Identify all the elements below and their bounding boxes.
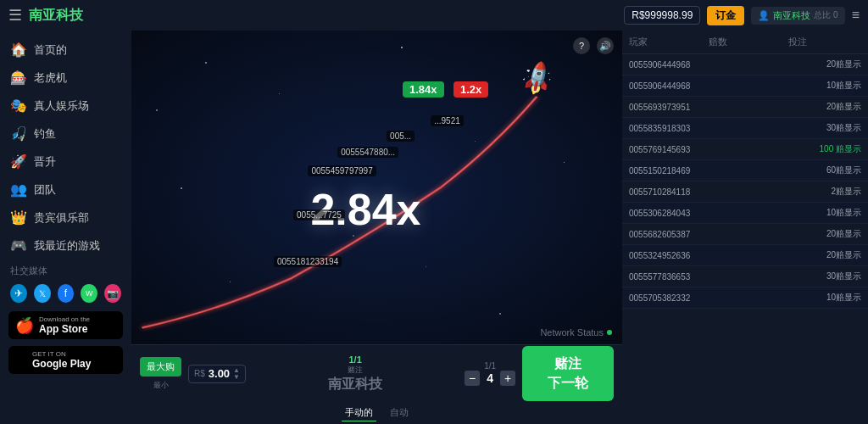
player-row: 0055835918303 30赔显示: [622, 118, 868, 139]
social-icons: ✈ 𝕏 f W 📷: [0, 279, 131, 308]
player-name: 0055710284118: [629, 187, 725, 197]
player-bet: 20赔显示: [782, 228, 861, 240]
order-button[interactable]: 订金: [707, 6, 744, 25]
info-icon[interactable]: ?: [573, 37, 590, 54]
svg-text:🚀: 🚀: [512, 59, 564, 98]
sidebar-item-vip[interactable]: 👑 贵宾俱乐部: [0, 204, 131, 232]
instagram-icon[interactable]: 📷: [104, 284, 121, 303]
bottom-bar: 最大购 最小 R$ 3.00 ▲ ▼ 1/1 赌注 南亚科技: [131, 344, 622, 402]
main-layout: 🏠 首页的 🎰 老虎机 🎭 真人娱乐场 🎣 钓鱼 🚀 晋升 👥 团队 👑 贵宾俱…: [0, 31, 868, 424]
player-row: 0055705382332 10赔显示: [622, 287, 868, 309]
balance-display: R$999998.99: [624, 6, 700, 25]
recent-icon: 🎮: [10, 237, 27, 254]
social-section-label: 社交媒体: [0, 259, 131, 279]
round-increase-button[interactable]: +: [500, 371, 515, 386]
apple-icon: 🍎: [15, 316, 34, 335]
user-icon: 👤: [758, 10, 770, 21]
topbar: ☰ 南亚科技 R$999998.99 订金 👤 南亚科技 总比 0 ≡: [0, 0, 868, 31]
player-label-5: ...9521: [431, 115, 464, 126]
sidebar-item-home[interactable]: 🏠 首页的: [0, 36, 131, 64]
player-row: 0055710284118 2赔显示: [622, 181, 868, 203]
player-name: 0055835918303: [629, 124, 725, 133]
bet-indicator: 赌注: [328, 365, 382, 376]
slots-icon: 🎰: [10, 70, 27, 86]
right-panel-header: 玩家 赔数 投注: [622, 31, 868, 54]
whatsapp-icon[interactable]: W: [81, 284, 97, 303]
network-status: Network Status: [540, 327, 612, 338]
bet-down-arrow[interactable]: ▼: [233, 374, 240, 381]
player-name: 0055577836653: [629, 272, 725, 282]
player-bet: 60赔显示: [782, 165, 861, 176]
sidebar-item-slots[interactable]: 🎰 老虎机: [0, 64, 131, 92]
sidebar-label-vip: 贵宾俱乐部: [34, 210, 89, 226]
bet-amount-section: R$ 3.00 ▲ ▼: [188, 365, 246, 383]
player-bet: 20赔显示: [782, 101, 861, 113]
telegram-icon[interactable]: ✈: [10, 284, 27, 303]
player-name: 0055906444968: [629, 60, 725, 70]
round-section: 1/1 − 4 +: [465, 361, 515, 386]
hamburger-icon[interactable]: ☰: [8, 6, 22, 25]
mode-row: 手动的 自动: [131, 402, 622, 424]
sound-icon[interactable]: 🔊: [597, 37, 614, 54]
player-bet: 20赔显示: [782, 59, 861, 70]
appstore-big-label: App Store: [39, 323, 90, 335]
googleplay-big-label: Google Play: [32, 358, 91, 370]
player-label-6: 0055...7725: [293, 209, 345, 220]
player-label-3: 0055459797997: [308, 165, 376, 176]
logo-bottom: 南亚科技: [328, 376, 382, 393]
googleplay-icon: ▶: [15, 351, 27, 370]
player-row: 0055306284043 10赔显示: [622, 203, 868, 224]
sidebar-label-team: 团队: [34, 182, 56, 198]
vip-icon: 👑: [10, 209, 27, 226]
sidebar-label-live: 真人娱乐场: [34, 98, 89, 114]
player-row: 0055324952636 20赔显示: [622, 245, 868, 266]
facebook-icon[interactable]: f: [58, 284, 75, 303]
player-name: 0055705382332: [629, 293, 725, 303]
col-bet-header: 投注: [785, 31, 865, 53]
sidebar-item-fishing[interactable]: 🎣 钓鱼: [0, 120, 131, 148]
topbar-right: R$999998.99 订金 👤 南亚科技 总比 0 ≡: [624, 6, 860, 25]
user-badge: 👤 南亚科技 总比 0: [751, 7, 844, 25]
googleplay-button[interactable]: ▶ GET IT ON Google Play: [8, 346, 123, 374]
player-row: 0055906444968 20赔显示: [622, 54, 868, 75]
logo: 南亚科技: [29, 7, 83, 25]
bet-action-button[interactable]: 赌注 下一轮: [522, 346, 614, 401]
network-dot: [607, 330, 612, 335]
player-bet: 10赔显示: [782, 80, 861, 92]
network-status-label: Network Status: [540, 327, 604, 338]
round-decrease-button[interactable]: −: [465, 371, 480, 386]
round-label-display: 1/1: [328, 354, 382, 365]
user-sub: 总比 0: [814, 9, 837, 21]
sidebar-item-team[interactable]: 👥 团队: [0, 176, 131, 204]
sidebar-label-slots: 老虎机: [34, 70, 67, 86]
player-label-2: 0055547880...: [337, 147, 398, 158]
team-icon: 👥: [10, 181, 27, 198]
player-bet: 30赔显示: [782, 271, 861, 282]
mode-manual-button[interactable]: 手动的: [342, 404, 376, 421]
googleplay-text: GET IT ON Google Play: [32, 350, 91, 370]
mode-auto-button[interactable]: 自动: [387, 404, 412, 421]
player-name: 0055906444968: [629, 81, 725, 91]
player-name: 0055306284043: [629, 209, 725, 218]
col-player-header: 玩家: [626, 31, 705, 53]
bet-value-row[interactable]: R$ 3.00 ▲ ▼: [188, 365, 246, 383]
logo-center: 1/1 赌注 南亚科技: [253, 354, 458, 393]
round-section-label: 1/1: [484, 361, 496, 371]
round-controls: − 4 +: [465, 371, 515, 386]
sidebar-label-boost: 晋升: [34, 154, 56, 170]
canvas-top-icons: ? 🔊: [573, 37, 614, 54]
player-name: 0055769145693: [629, 145, 725, 154]
appstore-button[interactable]: 🍎 Download on the App Store: [8, 311, 123, 339]
auto-button[interactable]: 最大购: [140, 357, 181, 377]
home-icon: 🏠: [10, 42, 27, 58]
bet-currency: R$: [194, 369, 205, 378]
sidebar-item-live[interactable]: 🎭 真人娱乐场: [0, 92, 131, 120]
player-bet: 10赔显示: [782, 292, 861, 304]
topbar-menu-icon[interactable]: ≡: [852, 8, 860, 23]
col-score-header: 赔数: [705, 31, 785, 53]
sidebar-item-boost[interactable]: 🚀 晋升: [0, 148, 131, 176]
twitter-icon[interactable]: 𝕏: [34, 284, 51, 303]
sidebar-item-recent[interactable]: 🎮 我最近的游戏: [0, 232, 131, 259]
sidebar: 🏠 首页的 🎰 老虎机 🎭 真人娱乐场 🎣 钓鱼 🚀 晋升 👥 团队 👑 贵宾俱…: [0, 31, 131, 424]
boost-icon: 🚀: [10, 153, 27, 170]
